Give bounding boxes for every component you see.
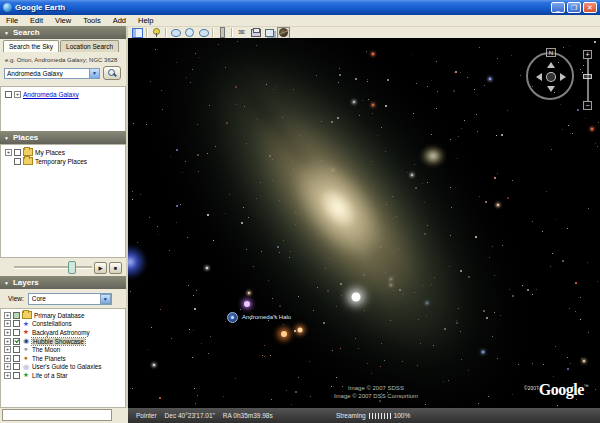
users-guide-checkbox[interactable] [13,363,20,370]
layer-label-selected[interactable]: Hubble Showcase [32,338,85,345]
add-placemark-button[interactable] [151,28,162,38]
result-checkbox[interactable] [5,91,12,98]
andromedas-halo-label[interactable]: Andromeda's Halo [242,314,291,320]
constellations-checkbox[interactable] [13,320,20,327]
the-planets-checkbox[interactable] [13,355,20,362]
tab-location-search[interactable]: Location Search [60,40,119,52]
search-result-row[interactable]: + Andromeda Galaxy [1,90,125,98]
zoom-out-button[interactable]: − [583,101,592,110]
ruler-button[interactable] [217,28,228,38]
temporary-places-label[interactable]: Temporary Places [35,158,87,165]
zoom-slider[interactable]: + − [582,50,594,110]
zoom-slider-track[interactable] [587,59,589,101]
expand-icon[interactable]: + [4,312,11,319]
my-places-label[interactable]: My Places [35,149,65,156]
toggle-sidebar-button[interactable] [132,28,143,38]
layer-label[interactable]: The Moon [32,346,60,353]
tab-search-the-sky[interactable]: Search the Sky [3,40,59,52]
layer-row-the-moon[interactable]: + ● The Moon [1,345,125,354]
menu-add[interactable]: Add [107,16,132,25]
toolbar: ✉ [128,27,600,38]
my-places-checkbox[interactable] [14,149,21,156]
andromedas-halo-placemark-icon[interactable] [227,312,238,323]
pan-left-arrow[interactable] [536,73,542,81]
layer-label[interactable]: Constellations [32,320,72,327]
backyard-astronomy-checkbox[interactable] [13,329,20,336]
expand-icon[interactable]: + [4,346,11,353]
view-select[interactable]: Core ▼ [28,293,112,305]
view-in-maps-button[interactable] [264,28,275,38]
tour-slider-track[interactable] [14,266,92,269]
temporary-places-checkbox[interactable] [14,158,21,165]
pan-down-arrow[interactable] [547,86,555,92]
compass-north-button[interactable]: N [546,48,556,57]
streaming-indicator: Streaming 100% [336,412,410,419]
expand-icon[interactable]: + [4,320,11,327]
compass-center-dot[interactable] [546,72,556,82]
zoom-slider-handle[interactable] [583,74,592,79]
navigation-compass[interactable]: N [522,48,580,106]
temporary-places-row[interactable]: Temporary Places [1,156,125,165]
layer-row-constellations[interactable]: + ★ Constellations [1,320,125,329]
expand-icon[interactable]: + [4,372,11,379]
sky-viewport[interactable]: Andromeda's Halo N + − Image © 2007 SDSS… [128,38,600,408]
layer-row-hubble-showcase[interactable]: + ◉ Hubble Showcase [1,337,125,346]
layer-row-life-of-a-star[interactable]: + ★ Life of a Star [1,371,125,380]
print-icon [251,29,261,37]
menu-help[interactable]: Help [132,16,159,25]
orange-star [281,331,287,337]
expand-icon[interactable]: + [4,355,11,362]
email-button[interactable]: ✉ [236,28,247,38]
search-dropdown-button[interactable]: ▼ [89,68,100,79]
menu-tools[interactable]: Tools [77,16,107,25]
minimize-button[interactable]: _ [551,2,565,13]
layer-row-primary-database[interactable]: + Primary Database [1,311,125,320]
layer-label[interactable]: Primary Database [34,312,84,319]
search-result-link[interactable]: Andromeda Galaxy [23,91,79,98]
life-of-a-star-checkbox[interactable] [13,372,20,379]
expand-icon[interactable]: + [4,329,11,336]
places-panel-header[interactable]: ▼ Places [0,131,126,144]
search-panel-header[interactable]: ▼ Search [0,26,126,39]
app-icon [3,3,12,12]
search-input[interactable] [4,68,90,79]
places-buttons: ▶ ■ [94,262,122,274]
layer-row-backyard-astronomy[interactable]: + ★ Backyard Astronomy [1,328,125,337]
view-dropdown-button[interactable]: ▼ [100,294,111,304]
expand-icon[interactable]: + [14,91,21,98]
layer-label[interactable]: Backyard Astronomy [32,329,90,336]
tour-slider-handle[interactable] [68,261,76,274]
title-bar: Google Earth _ ❐ ✕ [0,0,600,15]
menu-edit[interactable]: Edit [24,16,49,25]
toolbar-separator [231,28,233,37]
zoom-in-button[interactable]: + [583,50,592,59]
the-moon-checkbox[interactable] [13,346,20,353]
print-button[interactable] [250,28,261,38]
layers-panel-header[interactable]: ▼ Layers [0,276,126,289]
layer-label[interactable]: The Planets [32,355,66,362]
hubble-showcase-checkbox[interactable] [13,338,20,345]
menu-file[interactable]: File [0,16,24,25]
add-path-button[interactable] [184,28,195,38]
expand-icon[interactable]: + [5,149,12,156]
sky-earth-toggle-button[interactable] [278,28,289,38]
pan-up-arrow[interactable] [547,62,555,68]
layer-row-users-guide[interactable]: + ◎ User's Guide to Galaxies [1,363,125,372]
expand-icon[interactable]: + [4,338,11,345]
stop-tour-button[interactable]: ■ [109,262,122,274]
layer-row-the-planets[interactable]: + ● The Planets [1,354,125,363]
maximize-button[interactable]: ❐ [567,2,581,13]
search-button[interactable] [103,66,121,80]
layer-label[interactable]: Life of a Star [32,372,68,379]
my-places-row[interactable]: + My Places [1,147,125,156]
expand-icon[interactable]: + [4,363,11,370]
pan-right-arrow[interactable] [560,73,566,81]
close-button[interactable]: ✕ [583,2,597,13]
add-image-overlay-button[interactable] [198,28,209,38]
play-tour-button[interactable]: ▶ [94,262,107,274]
menu-view[interactable]: View [49,16,77,25]
copyright-year: ©2007 [524,385,539,391]
add-polygon-button[interactable] [170,28,181,38]
primary-database-checkbox[interactable] [13,312,20,319]
layer-label[interactable]: User's Guide to Galaxies [32,363,101,370]
